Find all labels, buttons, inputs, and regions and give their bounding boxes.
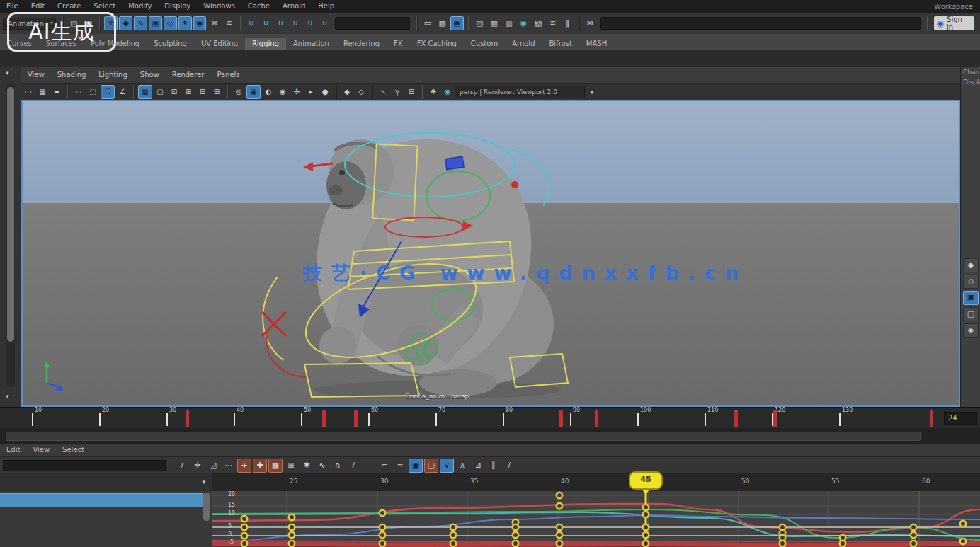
scale-curve[interactable] [212,543,980,546]
exposure-icon[interactable]: ➴ [377,86,389,98]
screen-space-ao-icon[interactable]: ▸ [304,86,317,98]
spline-tangents-icon[interactable]: ∿ [315,459,329,473]
graph-outliner[interactable] [0,491,212,547]
keyframe-tick[interactable] [734,410,738,427]
keyframe-point[interactable] [780,541,785,546]
extra-curve[interactable] [212,541,980,542]
graph-editor-curve-view[interactable]: 20151050-5 [212,491,980,547]
region-tool-icon[interactable]: ⋯ [222,459,236,473]
frame-playback-range-icon[interactable]: ✱ [300,459,314,473]
gate-mask-icon[interactable]: ⊞ [182,86,195,98]
keyframe-point[interactable] [241,516,247,522]
keyframe-point[interactable] [960,539,966,544]
keyframe-point[interactable] [241,533,247,539]
mute-channel-icon[interactable]: ▣ [963,291,979,305]
flat-tangents-icon[interactable]: — [362,459,376,473]
post-infinity-cycle-icon[interactable]: ∕ [502,459,516,473]
keyframe-point[interactable] [557,524,562,530]
keyframe-point[interactable] [241,524,247,530]
safe-action-icon[interactable]: ⊞ [210,86,223,98]
keyframe-point[interactable] [450,524,456,530]
outliner-dropdown-icon[interactable]: ▾ [202,478,205,485]
textured-icon[interactable]: ◐ [262,86,275,98]
key-channel-icon[interactable]: ◆ [963,258,979,272]
node-editor-icon[interactable]: ▧ [532,16,545,30]
playblast-icon[interactable]: ≋ [547,16,560,30]
bookmark-icon[interactable]: ▱ [72,86,85,98]
free-tangent-weight-icon[interactable]: ⊿ [471,459,485,473]
collapse-arrow-icon[interactable]: ▾ [6,69,9,76]
clamped-tangents-icon[interactable]: ∩ [331,459,345,473]
snap-to-view-plane-icon[interactable]: ∪ [304,16,317,30]
lock-camera-icon[interactable]: ▦ [36,86,49,98]
keyframe-point[interactable] [241,541,247,546]
lock-channel-icon[interactable]: ▢ [963,307,979,321]
current-frame-field[interactable]: 24 [944,412,977,425]
plateau-tangents-icon[interactable]: ≈ [393,459,407,473]
shelf-tab-sculpting[interactable]: Sculpting [147,38,194,50]
keyframe-point[interactable] [840,541,845,546]
shelf-tab-rigging[interactable]: Rigging [245,38,286,50]
keyframe-point[interactable] [513,524,518,530]
select-mask-surfaces-icon[interactable]: ▣ [149,16,162,30]
keyframe-point[interactable] [643,505,649,510]
grid-toggle-icon[interactable]: ▦ [138,85,152,99]
wireframe-icon[interactable]: ◎ [232,86,245,98]
ge-menu-view[interactable]: View [26,444,56,456]
keyframe-point[interactable] [911,532,916,538]
panel-menu-shading[interactable]: Shading [51,69,93,81]
make-live-icon[interactable]: ∪ [319,16,332,30]
keyframe-tick[interactable] [595,410,598,427]
render-view-icon[interactable]: ◉ [517,16,530,30]
keyframe-point[interactable] [450,541,456,546]
shelf-tab-mash[interactable]: MASH [579,38,614,50]
keyframe-point[interactable] [911,541,916,546]
field-chart-icon[interactable]: ⊟ [196,86,209,98]
keyframe-point[interactable] [289,541,295,546]
film-gate-icon[interactable]: ▢ [154,86,166,98]
pre-infinity-cycle-icon[interactable]: ∥ [486,459,501,473]
move-keys-tool-icon[interactable]: ✛ [190,459,205,473]
resolution-gate-icon[interactable]: ⊡ [168,86,181,98]
snap-to-point-icon[interactable]: ∪ [274,16,287,30]
account-button[interactable]: ◉Sign in [934,16,975,30]
keyframe-point[interactable] [450,532,456,538]
panel-menu-renderer[interactable]: Renderer [166,69,211,81]
panel-menu-lighting[interactable]: Lighting [92,69,133,81]
menu-edit[interactable]: Edit [25,0,51,13]
select-mask-curves-icon[interactable]: ∿ [134,16,147,30]
keyframe-point[interactable] [557,541,562,546]
keyframe-point[interactable] [960,521,966,526]
keyframe-point[interactable] [380,532,385,538]
keyframe-tick[interactable] [559,410,563,427]
graph-editor-open-icon[interactable]: ▥ [502,16,515,30]
workspace-label[interactable]: Workspace [934,3,980,11]
lattice-deform-keys-icon[interactable]: ▦ [268,459,283,473]
keyframe-point[interactable] [289,532,295,538]
keyframe-point[interactable] [643,541,649,546]
shelf-tab-uv-editing[interactable]: UV Editing [194,38,245,50]
isolate-select-icon[interactable]: ✥ [427,86,440,98]
panel-menu-view[interactable]: View [21,69,51,81]
snap-to-grid-icon[interactable]: ∪ [245,16,258,30]
playback-range-bar[interactable] [6,432,921,441]
left-scrollbar[interactable] [6,83,15,387]
joint-size-icon[interactable]: ∠ [116,86,129,98]
select-keys-tool-icon[interactable]: ∕ [175,459,189,473]
menu-display[interactable]: Display [158,0,197,13]
keyframe-tick[interactable] [354,410,358,427]
shelf-tab-fx-caching[interactable]: FX Caching [410,38,464,50]
keyframe-point[interactable] [513,532,518,538]
viewport-3d[interactable]: Gorilla_anim : persp [21,100,960,407]
highlight-selection-icon[interactable]: ≋ [222,16,236,30]
snap-to-projected-center-icon[interactable]: ∪ [289,16,302,30]
graph-editor-time-ruler[interactable]: 2530354045505560 [212,473,980,492]
shelf-tab-bifrost[interactable]: Bifrost [542,38,579,50]
keyframe-point[interactable] [513,541,518,546]
keyframe-point[interactable] [643,512,649,517]
shaded-icon[interactable]: ▣ [246,85,261,99]
script-editor-icon[interactable]: ⊠ [583,16,597,30]
menu-cache[interactable]: Cache [241,0,276,13]
image-plane-icon[interactable]: ⬚ [86,86,99,98]
select-mask-rendering-icon[interactable]: ◉ [193,16,207,30]
